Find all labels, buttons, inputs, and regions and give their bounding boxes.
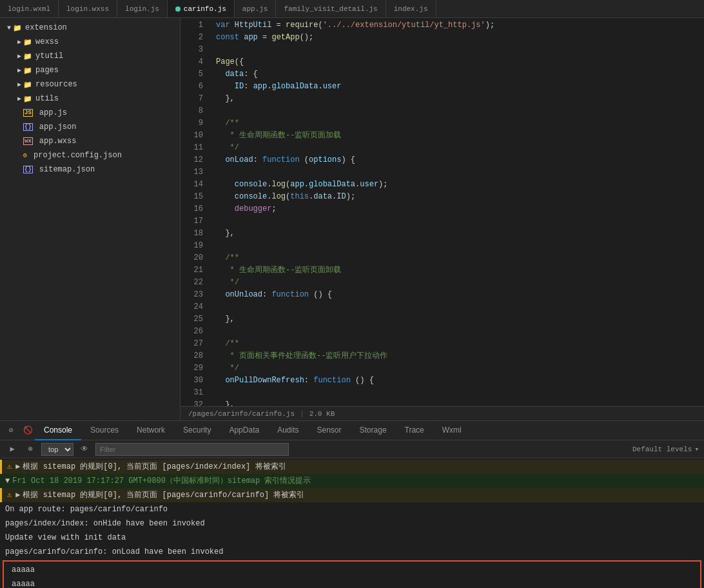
tree-item-wexss[interactable]: ▶ 📁 wexss (0, 35, 180, 49)
console-stop-icon[interactable]: ⊗ (23, 442, 37, 456)
tree-item-sitemap[interactable]: {} sitemap.json (0, 162, 180, 177)
expand-arrow-icon[interactable]: ▶ (15, 489, 20, 501)
tab-carinfo-js[interactable]: carinfo.js (168, 0, 235, 18)
folder-icon: 📁 (23, 52, 32, 61)
expand-arrow-icon: ▶ (15, 52, 23, 60)
console-line: aaaaa (6, 577, 698, 588)
line-number: 21 (181, 264, 203, 277)
config-file-icon: ⚙ (23, 152, 27, 159)
tab-storage[interactable]: Storage (351, 421, 396, 440)
code-line: }, (216, 399, 704, 406)
console-line: ⚠ ▶ 根据 sitemap 的规则[0], 当前页面 [pages/index… (0, 460, 704, 474)
context-select[interactable]: top (41, 443, 73, 456)
file-size: 2.0 KB (309, 410, 335, 418)
tree-item-label: sitemap.json (39, 165, 95, 174)
console-output[interactable]: ⚠ ▶ 根据 sitemap 的规则[0], 当前页面 [pages/index… (0, 458, 704, 588)
code-line: */ (216, 362, 704, 375)
console-filter-input[interactable] (95, 443, 289, 456)
tab-label: index.js (394, 5, 428, 13)
line-number: 2 (181, 32, 203, 44)
tab-network[interactable]: Network (128, 421, 174, 440)
tab-trace[interactable]: Trace (396, 421, 433, 440)
editor-footer: /pages/carinfo/carinfo.js | 2.0 KB (181, 406, 704, 420)
bottom-panel: ⊘ 🚫 Console Sources Network Security App… (0, 420, 704, 588)
code-line: }, (216, 228, 704, 240)
tree-item-app-js[interactable]: JS app.js (0, 106, 180, 120)
console-line: On app route: pages/carinfo/carinfo (0, 502, 704, 516)
tree-item-label: project.config.json (34, 151, 122, 160)
code-line (216, 301, 704, 313)
tree-item-app-wxss[interactable]: wx app.wxss (0, 134, 180, 148)
code-line: }, (216, 313, 704, 326)
code-container[interactable]: 1234567891011121314151617181920212223242… (181, 18, 704, 406)
tab-app-js[interactable]: app.js (235, 0, 277, 18)
expand-arrow-icon: ▶ (15, 38, 23, 46)
tab-wxml[interactable]: Wxml (433, 421, 471, 440)
tree-item-utils[interactable]: ▶ 📁 utils (0, 92, 180, 106)
tab-sensor[interactable]: Sensor (308, 421, 351, 440)
file-path: /pages/carinfo/carinfo.js (188, 410, 295, 418)
tab-label: family_visit_detail.js (284, 5, 377, 13)
line-number: 7 (181, 93, 203, 105)
console-filter-icon[interactable]: 🚫 (21, 424, 35, 438)
code-line: console.log(app.globalData.user); (216, 179, 704, 191)
tree-item-label: app.json (39, 122, 77, 132)
tree-item-resources[interactable]: ▶ 📁 resources (0, 77, 180, 92)
tab-console[interactable]: Console (35, 421, 81, 440)
tree-item-pages[interactable]: ▶ 📁 pages (0, 63, 180, 77)
tree-item-project-config[interactable]: ⚙ project.config.json (0, 148, 180, 162)
tree-item-app-json[interactable]: {} app.json (0, 120, 180, 134)
eye-icon[interactable]: 👁 (77, 442, 92, 456)
tab-login-js[interactable]: login.js (117, 0, 168, 18)
line-number: 29 (181, 362, 203, 375)
code-line: data: { (216, 68, 704, 81)
code-line: */ (216, 277, 704, 289)
expand-arrow-icon: ▼ (5, 24, 13, 32)
line-number: 16 (181, 203, 203, 215)
chevron-down-icon: ▾ (694, 445, 699, 453)
line-number: 31 (181, 387, 203, 399)
tab-index-js[interactable]: index.js (386, 0, 436, 18)
line-number: 6 (181, 81, 203, 93)
expand-arrow-icon: ▶ (15, 95, 23, 103)
tree-item-extension[interactable]: ▼ 📁 extension (0, 21, 180, 35)
default-levels-dropdown[interactable]: Default levels ▾ (632, 445, 699, 453)
code-line: onPullDownRefresh: function () { (216, 375, 704, 387)
tab-family-visit[interactable]: family_visit_detail.js (276, 0, 386, 18)
console-line: pages/carinfo/carinfo: onLoad have been … (0, 545, 704, 559)
tab-login-wxml[interactable]: login.wxml (0, 0, 59, 18)
line-number: 32 (181, 399, 203, 406)
console-run-icon[interactable]: ▶ (5, 442, 19, 456)
expand-arrow-icon[interactable]: ▶ (15, 461, 20, 473)
code-line: /** (216, 338, 704, 350)
tree-item-label: pages (35, 66, 59, 75)
line-number: 3 (181, 44, 203, 56)
expand-arrow-icon[interactable]: ▼ (5, 475, 10, 487)
code-line: onLoad: function (options) { (216, 154, 704, 166)
line-number: 27 (181, 338, 203, 350)
line-number: 20 (181, 252, 203, 264)
line-number: 14 (181, 179, 203, 191)
code-line: onUnload: function () { (216, 289, 704, 301)
tree-item-ytutil[interactable]: ▶ 📁 ytutil (0, 49, 180, 63)
tab-login-wxss[interactable]: login.wxss (59, 0, 117, 18)
line-number: 1 (181, 19, 203, 32)
console-action-icon[interactable]: ⊘ (4, 424, 18, 438)
tree-item-label: utils (35, 94, 59, 103)
code-line (216, 326, 704, 338)
folder-icon: 📁 (23, 66, 32, 75)
line-number: 5 (181, 68, 203, 81)
tab-appdata[interactable]: AppData (220, 421, 268, 440)
line-number: 24 (181, 301, 203, 313)
tab-audits[interactable]: Audits (268, 421, 308, 440)
code-lines[interactable]: var HttpUtil = require('../../extension/… (210, 18, 704, 406)
code-line (216, 105, 704, 117)
line-number: 11 (181, 142, 203, 154)
tab-sources[interactable]: Sources (81, 421, 128, 440)
folder-icon: 📁 (23, 95, 32, 103)
code-line: * 页面相关事件处理函数--监听用户下拉动作 (216, 350, 704, 362)
tree-item-label: wexss (35, 37, 59, 46)
tab-security[interactable]: Security (174, 421, 220, 440)
warning-icon: ⚠ (7, 489, 12, 501)
folder-icon: 📁 (23, 38, 32, 46)
